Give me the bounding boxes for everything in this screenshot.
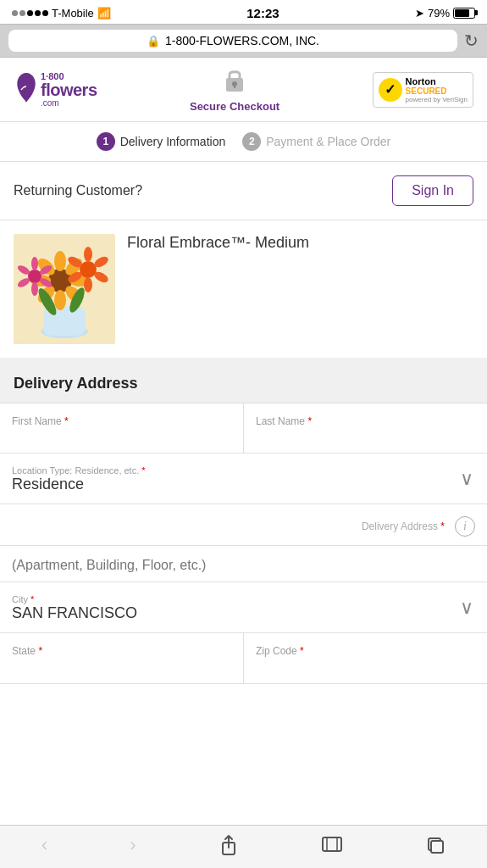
delivery-address-section-header: Delivery Address xyxy=(0,364,487,403)
status-right: ➤ 79% xyxy=(415,7,475,19)
svg-point-15 xyxy=(80,261,97,278)
address-bar: 🔒 1-800-FLOWERS.COM, INC. ↻ xyxy=(0,24,487,58)
lock-icon: 🔒 xyxy=(147,35,160,47)
delivery-address-row[interactable]: Delivery Address * i xyxy=(0,504,487,546)
secure-label: Secure Checkout xyxy=(190,100,279,113)
city-chevron-icon: ∨ xyxy=(460,597,487,619)
location-icon: ➤ xyxy=(415,7,424,19)
returning-customer-bar: Returning Customer? Sign In xyxy=(0,162,487,220)
logo-area: 1·800 flowers .com xyxy=(14,71,97,108)
svg-point-11 xyxy=(54,290,66,310)
battery-icon xyxy=(453,8,475,19)
step-1[interactable]: 1 Delivery Information xyxy=(97,132,226,151)
svg-point-22 xyxy=(28,270,42,283)
state-label: State * xyxy=(12,645,231,657)
location-type-row[interactable]: Location Type: Residence, etc. * Residen… xyxy=(0,453,487,504)
location-type-value: Residence xyxy=(12,476,448,493)
returning-customer-text: Returning Customer? xyxy=(14,183,142,198)
step-2-label: Payment & Place Order xyxy=(266,135,390,148)
reload-button[interactable]: ↻ xyxy=(464,31,479,51)
city-label: City * xyxy=(12,587,448,604)
name-row: First Name * Last Name * xyxy=(0,403,487,453)
logo-flowers: flowers xyxy=(41,81,97,98)
last-name-input[interactable] xyxy=(256,429,475,444)
first-name-input[interactable] xyxy=(12,429,231,444)
last-name-label: Last Name * xyxy=(256,415,475,427)
product-name: Floral Embrace™- Medium xyxy=(127,231,309,251)
step-1-label: Delivery Information xyxy=(120,135,226,148)
city-value: SAN FRANCISCO xyxy=(12,604,448,622)
logo-number: 1·800 xyxy=(41,72,97,81)
city-inner: City * SAN FRANCISCO xyxy=(0,582,460,632)
status-bar: T-Mobile 📶 12:23 ➤ 79% xyxy=(0,0,487,24)
logo-leaf-icon xyxy=(14,71,39,108)
norton-name: Norton xyxy=(406,76,468,86)
sign-in-button[interactable]: Sign In xyxy=(392,175,473,206)
signal-dots xyxy=(12,10,48,16)
info-icon[interactable]: i xyxy=(455,516,475,537)
location-type-inner: Location Type: Residence, etc. * Residen… xyxy=(0,453,460,504)
norton-text: Norton SECURED powered by VeriSign xyxy=(406,76,468,103)
apt-row[interactable] xyxy=(0,546,487,582)
carrier-label: T-Mobile xyxy=(52,7,94,19)
zip-field[interactable]: Zip Code * xyxy=(244,633,487,683)
steps-bar: 1 Delivery Information 2 Payment & Place… xyxy=(0,122,487,162)
signal-dot-2 xyxy=(19,10,25,16)
norton-check-icon: ✓ xyxy=(379,78,402,102)
delivery-address-input[interactable] xyxy=(12,519,353,534)
svg-point-23 xyxy=(31,257,38,270)
secure-checkout: Secure Checkout xyxy=(190,66,279,113)
state-field[interactable]: State * xyxy=(0,633,244,683)
first-name-field[interactable]: First Name * xyxy=(0,403,244,453)
delivery-address-label: Delivery Address * xyxy=(362,520,446,532)
location-type-label: Location Type: Residence, etc. * xyxy=(12,459,448,476)
step-1-circle: 1 xyxy=(97,132,115,151)
site-header: 1·800 flowers .com Secure Checkout ✓ Nor… xyxy=(0,58,487,122)
location-type-chevron-icon: ∨ xyxy=(460,468,487,490)
logo-text: 1·800 flowers .com xyxy=(41,72,97,108)
signal-dot-5 xyxy=(42,10,48,16)
norton-secured: SECURED xyxy=(406,86,468,96)
secure-lock-icon xyxy=(223,66,246,98)
city-row[interactable]: City * SAN FRANCISCO ∨ xyxy=(0,582,487,633)
product-info: Floral Embrace™- Medium xyxy=(127,234,309,252)
norton-badge: ✓ Norton SECURED powered by VeriSign xyxy=(373,72,473,108)
zip-label: Zip Code * xyxy=(256,645,475,657)
svg-rect-2 xyxy=(234,85,235,88)
logo-com: .com xyxy=(41,98,97,108)
product-area: Floral Embrace™- Medium xyxy=(0,220,487,364)
step-2-circle: 2 xyxy=(242,132,261,151)
norton-powered: powered by VeriSign xyxy=(406,96,468,103)
svg-point-19 xyxy=(84,277,92,292)
status-left: T-Mobile 📶 xyxy=(12,7,111,19)
signal-dot-1 xyxy=(12,10,18,16)
battery-percent: 79% xyxy=(428,7,450,19)
status-time: 12:23 xyxy=(246,6,279,20)
svg-point-16 xyxy=(84,247,92,262)
first-name-label: First Name * xyxy=(12,415,231,427)
svg-point-26 xyxy=(31,282,38,296)
signal-dot-4 xyxy=(35,10,41,16)
url-text: 1-800-FLOWERS.COM, INC. xyxy=(165,34,319,47)
state-zip-row: State * Zip Code * xyxy=(0,633,487,684)
battery-fill xyxy=(455,9,469,17)
apt-input[interactable] xyxy=(12,558,475,573)
url-bar[interactable]: 🔒 1-800-FLOWERS.COM, INC. xyxy=(8,30,457,52)
delivery-address-form: First Name * Last Name * Location Type: … xyxy=(0,403,487,684)
svg-point-7 xyxy=(54,251,66,271)
product-image xyxy=(14,234,115,344)
step-2[interactable]: 2 Payment & Place Order xyxy=(242,132,390,151)
signal-dot-3 xyxy=(27,10,33,16)
last-name-field[interactable]: Last Name * xyxy=(244,403,487,453)
wifi-icon: 📶 xyxy=(97,7,111,19)
